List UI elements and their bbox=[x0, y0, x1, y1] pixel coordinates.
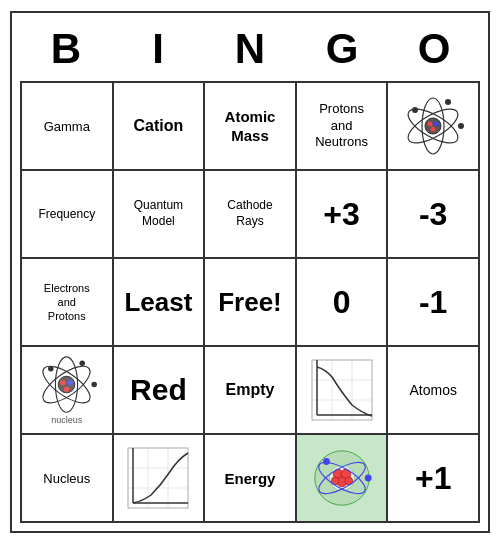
cell-label: Red bbox=[130, 373, 187, 407]
cell-label: Least bbox=[124, 287, 192, 318]
svg-point-9 bbox=[445, 99, 451, 105]
cell-label: +1 bbox=[415, 460, 451, 497]
header-g: G bbox=[296, 21, 388, 77]
cell-label: QuantumModel bbox=[134, 198, 183, 229]
svg-point-17 bbox=[92, 382, 98, 388]
cell-label: CathodeRays bbox=[227, 198, 272, 229]
cell-label: Nucleus bbox=[43, 471, 90, 486]
cell-r3c0[interactable]: nucleus bbox=[22, 347, 114, 435]
cell-r3c2[interactable]: Empty bbox=[205, 347, 297, 435]
cell-label: 0 bbox=[333, 284, 351, 321]
cell-r4c0[interactable]: Nucleus bbox=[22, 435, 114, 523]
cell-r0c3[interactable]: ProtonsandNeutrons bbox=[297, 83, 389, 171]
cell-r3c1[interactable]: Red bbox=[114, 347, 206, 435]
cell-label: Frequency bbox=[38, 207, 95, 221]
cell-r2c2[interactable]: Free! bbox=[205, 259, 297, 347]
cell-r2c3[interactable]: 0 bbox=[297, 259, 389, 347]
svg-point-1 bbox=[428, 122, 433, 127]
atom-icon bbox=[398, 91, 468, 161]
cell-label: -3 bbox=[419, 196, 447, 233]
svg-point-2 bbox=[434, 122, 439, 127]
cell-label: Empty bbox=[226, 381, 275, 399]
cell-label: ElectronsandProtons bbox=[44, 281, 90, 324]
cell-label: Atomos bbox=[409, 382, 456, 398]
svg-point-43 bbox=[364, 475, 371, 482]
cell-label: -1 bbox=[419, 284, 447, 321]
cell-r4c2[interactable]: Energy bbox=[205, 435, 297, 523]
header-b: B bbox=[20, 21, 112, 77]
svg-rect-27 bbox=[128, 448, 188, 508]
svg-point-11 bbox=[60, 380, 66, 386]
cell-r1c3[interactable]: +3 bbox=[297, 171, 389, 259]
graph1-icon bbox=[307, 355, 377, 425]
cell-r4c3[interactable] bbox=[297, 435, 389, 523]
cell-label: Energy bbox=[225, 470, 276, 487]
cell-r2c0[interactable]: ElectronsandProtons bbox=[22, 259, 114, 347]
cell-r2c1[interactable]: Least bbox=[114, 259, 206, 347]
graph2-icon bbox=[123, 443, 193, 513]
cell-r1c2[interactable]: CathodeRays bbox=[205, 171, 297, 259]
header-i: I bbox=[112, 21, 204, 77]
header-o: O bbox=[388, 21, 480, 77]
cell-r4c1[interactable] bbox=[114, 435, 206, 523]
cell-r0c4[interactable] bbox=[388, 83, 480, 171]
cell-label: Gamma bbox=[44, 119, 90, 134]
svg-point-19 bbox=[80, 361, 86, 367]
svg-point-18 bbox=[48, 366, 54, 372]
cell-r0c0[interactable]: Gamma bbox=[22, 83, 114, 171]
cell-r2c4[interactable]: -1 bbox=[388, 259, 480, 347]
cell-r0c2[interactable]: AtomicMass bbox=[205, 83, 297, 171]
cell-r4c4[interactable]: +1 bbox=[388, 435, 480, 523]
nucleus-icon bbox=[308, 444, 376, 512]
free-label: Free! bbox=[218, 287, 282, 318]
atom2-icon bbox=[34, 355, 99, 415]
atom2-label: nucleus bbox=[51, 415, 82, 425]
header-n: N bbox=[204, 21, 296, 77]
cell-r1c0[interactable]: Frequency bbox=[22, 171, 114, 259]
cell-label: AtomicMass bbox=[225, 107, 276, 146]
svg-point-7 bbox=[458, 123, 464, 129]
cell-label: Cation bbox=[134, 117, 184, 135]
svg-point-8 bbox=[412, 107, 418, 113]
svg-point-44 bbox=[323, 458, 330, 465]
cell-label: +3 bbox=[323, 196, 359, 233]
cell-label: ProtonsandNeutrons bbox=[315, 101, 368, 152]
svg-point-3 bbox=[431, 127, 436, 132]
svg-point-0 bbox=[425, 118, 441, 134]
cell-r3c4[interactable]: Atomos bbox=[388, 347, 480, 435]
svg-point-13 bbox=[64, 386, 70, 392]
cell-r1c4[interactable]: -3 bbox=[388, 171, 480, 259]
cell-r3c3[interactable] bbox=[297, 347, 389, 435]
cell-r0c1[interactable]: Cation bbox=[114, 83, 206, 171]
cell-r1c1[interactable]: QuantumModel bbox=[114, 171, 206, 259]
svg-point-12 bbox=[68, 380, 74, 386]
bingo-card: B I N G O Gamma Cation AtomicMass Proton… bbox=[10, 11, 490, 533]
bingo-grid: Gamma Cation AtomicMass ProtonsandNeutro… bbox=[20, 81, 480, 523]
bingo-header: B I N G O bbox=[20, 21, 480, 77]
